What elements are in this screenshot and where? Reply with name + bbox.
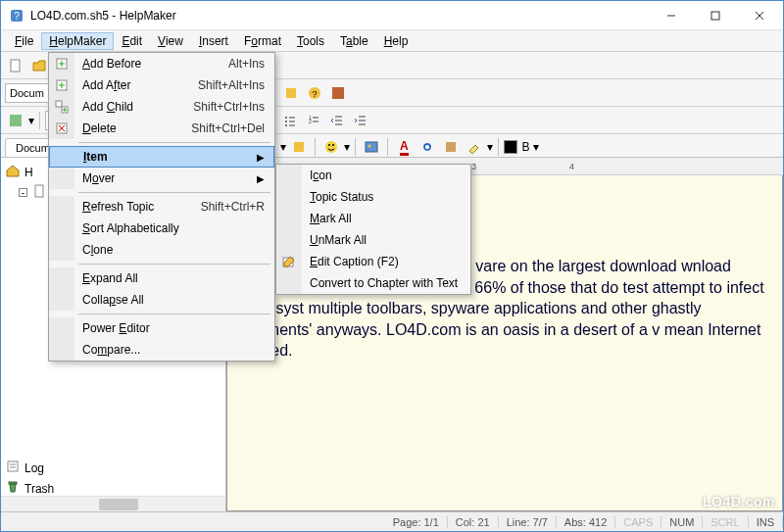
menu-collapse-all[interactable]: Collapse All [49, 289, 274, 311]
menu-insert[interactable]: Insert [191, 32, 236, 50]
svg-rect-62 [366, 142, 377, 152]
menu-helpmaker[interactable]: HelpMaker [41, 32, 114, 50]
sidebar-hscroll[interactable] [1, 496, 225, 511]
submenu-arrow-icon: ▶ [245, 173, 265, 184]
dd2-icon[interactable]: ▾ [344, 140, 350, 154]
bullet-list-icon[interactable] [279, 110, 301, 131]
page-icon [31, 183, 47, 202]
menu-expand-all[interactable]: Expand All [49, 267, 274, 289]
add-icon [49, 74, 74, 96]
image-icon[interactable] [361, 136, 382, 158]
svg-text:?: ? [14, 11, 20, 22]
add-child-icon [49, 96, 74, 118]
svg-rect-76 [56, 101, 62, 107]
menu-view[interactable]: View [150, 32, 191, 50]
home-icon [5, 163, 21, 181]
menu-power-editor[interactable]: Power Editor [49, 317, 274, 339]
svg-text:2: 2 [309, 119, 312, 124]
menubar: File HelpMaker Edit View Insert Format T… [1, 30, 783, 52]
open-icon[interactable] [28, 55, 50, 76]
trash-icon [5, 479, 21, 496]
svg-rect-24 [10, 115, 22, 126]
menu-format[interactable]: Format [236, 32, 289, 50]
statusbar: Page: 1/1 Col: 21 Line: 7/7 Abs: 412 CAP… [1, 511, 783, 531]
svg-rect-66 [8, 461, 18, 471]
edit-icon [276, 251, 302, 272]
svg-rect-58 [294, 142, 304, 152]
tree-trash[interactable]: Trash [5, 478, 221, 496]
dd3-icon[interactable]: ▾ [487, 140, 493, 154]
submenu-icon[interactable]: Icon [276, 165, 470, 186]
submenu-edit-caption[interactable]: Edit Caption (F2) [276, 251, 470, 272]
dd1-icon[interactable]: ▾ [280, 140, 286, 154]
svg-point-61 [332, 144, 334, 146]
menu-tools[interactable]: Tools [289, 32, 332, 50]
log-icon [5, 459, 21, 477]
menu-item[interactable]: Item▶ [49, 146, 274, 168]
svg-text:?: ? [312, 89, 317, 99]
tool-icon-2[interactable] [280, 82, 302, 104]
menu-refresh-topic[interactable]: Refresh TopicShift+Ctrl+R [49, 196, 274, 218]
insert-icon-2[interactable] [288, 136, 310, 158]
help-icon[interactable]: ? [304, 82, 325, 104]
number-list-icon[interactable]: 12 [303, 110, 324, 131]
highlight-icon[interactable] [464, 136, 485, 158]
svg-rect-65 [35, 185, 43, 197]
add-icon [49, 53, 74, 74]
svg-rect-69 [9, 482, 17, 484]
minimize-button[interactable] [649, 2, 693, 29]
svg-rect-3 [711, 12, 719, 20]
menu-help[interactable]: Help [376, 32, 416, 50]
submenu-convert-chapter[interactable]: Convert to Chapter with Text [276, 272, 470, 294]
status-page: Page: 1/1 [385, 516, 448, 528]
titlebar: ? LO4D.com.sh5 - HelpMaker [1, 1, 783, 30]
item-submenu: Icon Topic Status Mark All UnMark All Ed… [275, 164, 471, 295]
tree-log[interactable]: Log [5, 458, 221, 478]
app-icon: ? [9, 8, 24, 24]
helpmaker-menu: Add BeforeAlt+Ins Add AfterShift+Alt+Ins… [48, 52, 275, 362]
outdent-icon[interactable] [326, 110, 348, 131]
menu-sort-alpha[interactable]: Sort Alphabetically [49, 218, 274, 239]
close-button[interactable] [737, 2, 781, 29]
svg-point-60 [328, 144, 330, 146]
expand-icon[interactable]: - [19, 188, 27, 197]
menu-compare[interactable]: Compare... [49, 339, 274, 361]
indent-icon[interactable] [350, 110, 371, 131]
tool-icon-3[interactable] [327, 82, 349, 104]
menu-file[interactable]: File [7, 32, 41, 50]
font-color-icon[interactable]: A [393, 136, 415, 158]
link-icon[interactable] [416, 136, 438, 158]
menu-edit[interactable]: Edit [114, 32, 150, 50]
menu-delete[interactable]: DeleteShift+Ctrl+Del [49, 118, 274, 139]
svg-point-41 [285, 117, 287, 119]
color-label: B [519, 140, 531, 154]
style-dropdown-icon[interactable]: ▾ [28, 114, 34, 127]
smiley-icon[interactable] [320, 136, 342, 158]
new-icon[interactable] [5, 55, 26, 76]
svg-point-45 [285, 124, 287, 126]
color-dd-icon[interactable]: ▾ [533, 140, 539, 154]
status-num[interactable]: NUM [662, 516, 703, 528]
svg-rect-6 [11, 60, 20, 72]
status-scrl[interactable]: SCRL [703, 516, 748, 528]
menu-add-after[interactable]: Add AfterShift+Alt+Ins [49, 74, 274, 96]
anchor-icon[interactable] [440, 136, 462, 158]
menu-table[interactable]: Table [332, 32, 376, 50]
maximize-button[interactable] [693, 2, 737, 29]
status-ins[interactable]: INS [749, 516, 783, 528]
svg-rect-20 [286, 88, 296, 98]
submenu-topic-status[interactable]: Topic Status [276, 186, 470, 208]
status-abs: Abs: 412 [557, 516, 615, 528]
submenu-arrow-icon: ▶ [245, 152, 265, 163]
menu-clone[interactable]: Clone [49, 239, 274, 261]
status-caps[interactable]: CAPS [615, 516, 662, 528]
menu-add-child[interactable]: Add ChildShift+Ctrl+Ins [49, 96, 274, 118]
svg-point-59 [325, 141, 337, 153]
menu-add-before[interactable]: Add BeforeAlt+Ins [49, 53, 274, 74]
submenu-mark-all[interactable]: Mark All [276, 208, 470, 229]
submenu-unmark-all[interactable]: UnMark All [276, 229, 470, 251]
style-icon[interactable] [5, 110, 26, 131]
app-window: ? LO4D.com.sh5 - HelpMaker File HelpMake… [0, 0, 784, 532]
color-swatch-black[interactable] [504, 140, 517, 154]
menu-mover[interactable]: Mover▶ [49, 168, 274, 189]
